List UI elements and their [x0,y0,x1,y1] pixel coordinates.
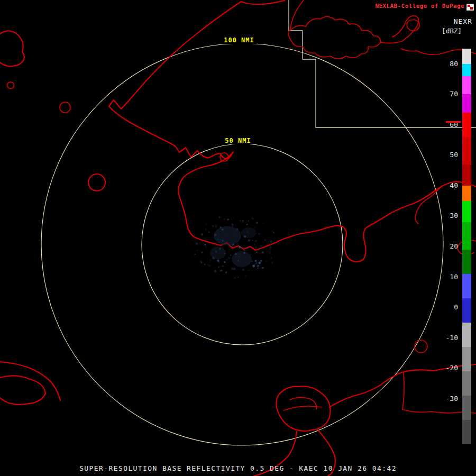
radar-display: 100 NMI 50 NMI NEXLAB-College of DuPage … [0,0,476,476]
colorbar-segment [462,186,471,201]
boundary-blob-topleft [0,31,24,66]
radar-map [0,0,476,476]
colorbar-segment [462,298,471,323]
colorbar-segment [462,274,471,298]
colorbar-segments [462,49,471,444]
boundary-line-bottomleft [0,362,60,400]
boundary-line-right-1 [415,186,442,224]
colorbar-segment [462,420,471,444]
colorbar-tick-label: 20 [450,242,458,251]
range-ring-label-50: 50 NMI [223,137,253,144]
colorbar-tick-label: -30 [446,395,458,403]
colorbar-marker [446,121,461,123]
colorbar-segment [462,94,471,113]
colorbar-tick-label: 70 [450,90,458,98]
colorbar-segment [462,49,471,64]
boundary-blob-bottomleft [0,376,45,404]
colorbar-segment [462,222,471,250]
cod-logo-icon [466,3,474,10]
state-boundary-line [289,0,476,127]
coastline-top-edge [241,1,285,4]
colorbar-tick-label: 30 [450,212,458,220]
branding-text: NEXLAB-College of DuPage [375,3,464,10]
colorbar-tick-label: 10 [450,273,458,281]
colorbar-segment [462,113,471,137]
range-ring-50nmi [142,144,343,345]
product-code-label: NEXR [454,17,472,25]
range-ring-label-100: 100 NMI [222,36,257,44]
lake-circle-1 [60,102,70,113]
status-line: SUPER-RESOLUTION BASE REFLECTIVITY 0.5 D… [0,464,476,472]
lake-small-left [7,82,14,89]
colorbar-tick-label: 40 [450,181,458,190]
colorbar-segment [462,164,471,186]
lake-circle-3 [415,340,427,353]
coastline-main [109,2,476,262]
lake-complex-outline [276,386,330,431]
colorbar-segment [462,137,471,164]
colorbar-segment [462,64,471,76]
lake-complex-inner-1 [283,406,322,410]
range-ring-100nmi [41,43,443,445]
colorbar-tick-label: 0 [454,303,458,312]
units-label: [dBZ] [442,27,462,35]
colorbar-segment [462,76,471,95]
colorbar-segment [462,396,471,420]
colorbar-tick-label: -10 [446,334,458,342]
lake-circle-2 [88,174,105,191]
range-rings [41,43,443,445]
colorbar-segment [462,347,471,371]
colorbar-tick-label: -20 [446,364,458,372]
colorbar-tick-label: 80 [450,60,458,68]
colorbar-tick-label: 50 [450,151,458,159]
colorbar-segment [462,250,471,274]
colorbar-segment [462,371,471,396]
colorbar-segment [462,201,471,222]
colorbar-segment [462,323,471,347]
